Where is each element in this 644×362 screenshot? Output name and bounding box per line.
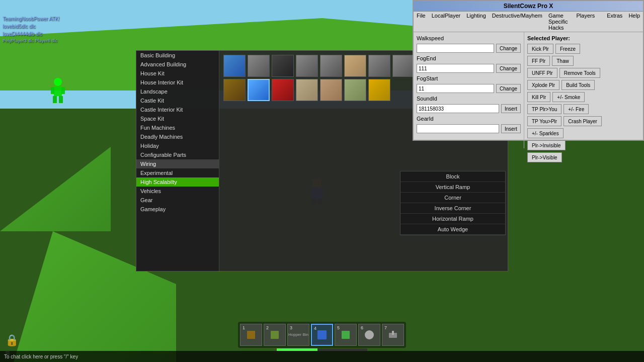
- fogstart-input[interactable]: [417, 84, 494, 93]
- item-cell[interactable]: [344, 79, 366, 101]
- cat-high-scalability[interactable]: High Scalabilty: [136, 177, 219, 187]
- cat-wiring[interactable]: Wiring: [136, 159, 219, 168]
- item-cell[interactable]: [272, 55, 294, 77]
- cat-house-kit[interactable]: House Kit: [136, 69, 219, 78]
- kill-plr-btn[interactable]: Kill Plr: [527, 92, 550, 102]
- svg-rect-9: [342, 331, 350, 339]
- menu-help[interactable]: Help: [628, 13, 640, 31]
- fire-btn[interactable]: +/- Fire: [564, 104, 589, 114]
- sp-row-7: TP You>Plr Crash Player: [527, 116, 640, 126]
- cat-castle-kit[interactable]: Castle Kit: [136, 96, 219, 105]
- xplode-plr-btn[interactable]: Xplode Plr: [527, 80, 559, 90]
- hotbar-item-3[interactable]: 3 Hopper Bin: [287, 324, 309, 346]
- item-cell[interactable]: [223, 79, 246, 101]
- soundid-input[interactable]: [417, 104, 499, 113]
- plr-invisible-btn[interactable]: Plr->Invisible: [527, 140, 566, 150]
- svg-rect-12: [392, 331, 394, 335]
- item-cell[interactable]: [248, 55, 270, 77]
- hotbar-item-5[interactable]: 5: [335, 324, 357, 346]
- item-cell-selected[interactable]: [248, 79, 270, 101]
- block-shape-menu: Block Vertical Ramp Corner Inverse Corne…: [400, 171, 506, 235]
- menu-file[interactable]: File: [417, 13, 426, 31]
- hack-panel-title: SilentCowz Pro X: [414, 1, 643, 12]
- cat-basic-building[interactable]: Basic Building: [136, 51, 219, 60]
- item-cell[interactable]: [320, 55, 342, 77]
- tp-plr-to-you-btn[interactable]: TP Plr>You: [527, 104, 561, 114]
- cat-space-kit[interactable]: Space Kit: [136, 114, 219, 123]
- hotbar-item-4[interactable]: 4: [311, 324, 333, 346]
- build-tools-btn[interactable]: Build Tools: [561, 80, 595, 90]
- thaw-btn[interactable]: Thaw: [552, 56, 573, 66]
- item-cell[interactable]: [223, 55, 246, 77]
- item-cell[interactable]: [368, 55, 390, 77]
- fogend-input[interactable]: [417, 64, 494, 73]
- plr-visible-btn[interactable]: Plr->Visible: [527, 152, 562, 162]
- fogstart-change-btn[interactable]: Change: [496, 84, 521, 93]
- cat-deadly-machines[interactable]: Deadly Machines: [136, 132, 219, 141]
- chat-hint[interactable]: To chat click here or press "/" key: [4, 354, 78, 359]
- cat-advanced-building[interactable]: Advanced Building: [136, 60, 219, 69]
- shape-horizontal-ramp[interactable]: Horizontal Ramp: [400, 214, 505, 224]
- cat-gear[interactable]: Gear: [136, 196, 219, 205]
- crash-player-btn[interactable]: Crash Player: [564, 116, 602, 126]
- cat-landscape[interactable]: Landscape: [136, 87, 219, 96]
- hotbar-item-1[interactable]: 1: [240, 324, 262, 346]
- item-cell[interactable]: [392, 55, 415, 77]
- bottom-bar[interactable]: To chat click here or press "/" key: [0, 351, 644, 362]
- remove-tools-btn[interactable]: Remove Tools: [559, 68, 600, 78]
- menu-local-player[interactable]: LocalPlayer: [432, 13, 460, 31]
- unff-plr-btn[interactable]: UNFF Plr: [527, 68, 557, 78]
- item-cell[interactable]: [272, 79, 294, 101]
- walkspeed-input[interactable]: [417, 44, 494, 53]
- cat-house-interior-kit[interactable]: House Interior Kit: [136, 78, 219, 87]
- tp-you-to-plr-btn[interactable]: TP You>Plr: [527, 116, 561, 126]
- fogend-row: FogEnd: [417, 55, 521, 61]
- item-cell[interactable]: [296, 79, 318, 101]
- menu-destructive[interactable]: Destructive/Mayhem: [492, 13, 542, 31]
- shape-inverse-corner[interactable]: Inverse Corner: [400, 203, 505, 214]
- hotbar-icon-2: [268, 328, 282, 342]
- kick-plr-btn[interactable]: Kick Plr: [527, 44, 553, 54]
- item-cell[interactable]: [320, 79, 342, 101]
- item-cell[interactable]: [296, 55, 318, 77]
- fogstart-input-row: Change: [417, 84, 521, 93]
- smoke-btn[interactable]: +/- Smoke: [552, 92, 585, 102]
- shape-block[interactable]: Block: [400, 171, 505, 182]
- fogend-input-row: Change: [417, 64, 521, 73]
- soundid-insert-btn[interactable]: Insert: [501, 104, 521, 113]
- sp-row-3: UNFF Plr Remove Tools: [527, 68, 640, 78]
- hack-content: Walkspeed Change FogEnd Change FogStart …: [414, 32, 643, 148]
- menu-extras[interactable]: Extras: [607, 13, 622, 31]
- cat-fun-machines[interactable]: Fun Machines: [136, 123, 219, 132]
- ff-plr-btn[interactable]: FF Plr: [527, 56, 550, 66]
- item-cell[interactable]: [368, 79, 390, 101]
- shape-auto-wedge[interactable]: Auto Wedge: [400, 224, 505, 235]
- freeze-btn[interactable]: Freeze: [555, 44, 580, 54]
- sparkles-btn[interactable]: +/- Sparkles: [527, 128, 564, 138]
- shape-corner[interactable]: Corner: [400, 193, 505, 203]
- hotbar-item-7[interactable]: 7: [382, 324, 404, 346]
- fogend-change-btn[interactable]: Change: [496, 64, 521, 73]
- cat-castle-interior-kit[interactable]: Castle Interior Kit: [136, 105, 219, 114]
- terrain-left: [0, 90, 111, 231]
- gearid-row: GearId: [417, 116, 521, 122]
- menu-lighting[interactable]: Lighting: [466, 13, 486, 31]
- cat-gameplay[interactable]: Gameplay: [136, 205, 219, 214]
- hotbar-icon-7: [386, 328, 400, 342]
- cat-vehicles[interactable]: Vehicles: [136, 187, 219, 196]
- fogend-label: FogEnd: [417, 55, 444, 61]
- menu-players[interactable]: Players: [577, 13, 595, 31]
- gearid-insert-btn[interactable]: Insert: [501, 124, 521, 133]
- shape-vertical-ramp[interactable]: Vertical Ramp: [400, 182, 505, 193]
- gearid-input[interactable]: [417, 124, 499, 133]
- cat-experimental[interactable]: Experimental: [136, 168, 219, 177]
- soundid-label: SoundId: [417, 96, 444, 102]
- green-player-indicator: [48, 78, 68, 110]
- cat-holiday[interactable]: Holiday: [136, 141, 219, 150]
- menu-game-specific[interactable]: Game Specific Hacks: [548, 13, 570, 31]
- cat-configurable-parts[interactable]: Configurable Parts: [136, 150, 219, 159]
- walkspeed-change-btn[interactable]: Change: [496, 44, 521, 53]
- hotbar-item-2[interactable]: 2: [264, 324, 286, 346]
- hotbar-item-6[interactable]: 6: [358, 324, 380, 346]
- item-cell[interactable]: [344, 55, 366, 77]
